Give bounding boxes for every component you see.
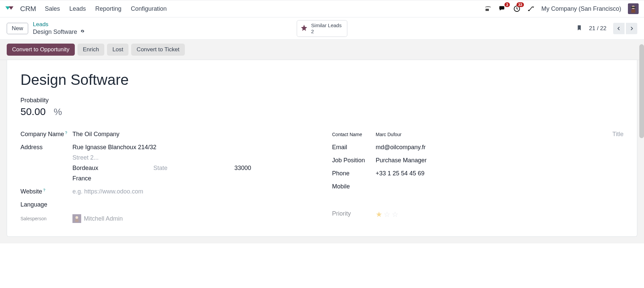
priority-label: Priority bbox=[332, 210, 376, 217]
email-field[interactable]: md@oilcompany.fr bbox=[376, 144, 624, 151]
control-panel: New Leads Design Software Similar Leads … bbox=[0, 17, 644, 39]
company-switcher[interactable]: My Company (San Francisco) bbox=[541, 5, 621, 12]
gear-icon[interactable] bbox=[80, 28, 85, 36]
probability-unit: % bbox=[54, 107, 62, 117]
activities-badge: 33 bbox=[517, 2, 524, 7]
user-avatar[interactable] bbox=[628, 3, 639, 14]
pager-counter[interactable]: 21 / 22 bbox=[589, 25, 606, 32]
svg-point-14 bbox=[75, 216, 78, 219]
salesperson-avatar bbox=[72, 214, 81, 223]
zip-field[interactable] bbox=[234, 165, 312, 172]
mobile-label: Mobile bbox=[332, 183, 376, 190]
probability-label: Probability bbox=[20, 97, 624, 104]
svg-point-5 bbox=[486, 9, 486, 10]
website-label: Website? bbox=[20, 188, 72, 195]
nav-menu: Sales Leads Reporting Configuration bbox=[45, 5, 167, 12]
pager-prev-button[interactable] bbox=[613, 23, 625, 34]
email-label: Email bbox=[332, 144, 376, 151]
help-icon[interactable]: ? bbox=[65, 131, 67, 135]
nav-reporting[interactable]: Reporting bbox=[95, 5, 121, 12]
phone-field[interactable]: +33 1 25 54 45 69 bbox=[376, 170, 624, 177]
similar-leads-count: 2 bbox=[311, 28, 342, 35]
star-icon bbox=[301, 24, 308, 33]
breadcrumb-current: Design Software bbox=[33, 28, 77, 36]
job-position-label: Job Position bbox=[332, 157, 376, 164]
left-column: Company Name? The Oil Company Address bbox=[20, 131, 312, 225]
contact-name-field[interactable]: Marc Dufour bbox=[376, 132, 597, 137]
similar-leads-card[interactable]: Similar Leads 2 bbox=[297, 20, 347, 37]
language-label: Language bbox=[20, 201, 72, 208]
svg-point-6 bbox=[487, 9, 488, 10]
svg-point-3 bbox=[487, 10, 488, 11]
star-icon[interactable]: ★ bbox=[376, 210, 382, 219]
enrich-button[interactable]: Enrich bbox=[77, 44, 104, 56]
convert-opportunity-button[interactable]: Convert to Opportunity bbox=[7, 44, 75, 56]
salesperson-field[interactable]: Mitchell Admin bbox=[72, 214, 312, 223]
svg-point-7 bbox=[488, 9, 489, 10]
nav-leads[interactable]: Leads bbox=[69, 5, 86, 12]
website-field[interactable] bbox=[72, 188, 312, 195]
form-sheet: Design Software Probability 50.00 % Comp… bbox=[7, 60, 637, 237]
debug-icon[interactable] bbox=[527, 5, 535, 12]
bookmark-icon[interactable] bbox=[576, 24, 582, 33]
company-name-label: Company Name? bbox=[20, 131, 72, 138]
svg-rect-15 bbox=[75, 219, 78, 222]
svg-marker-1 bbox=[9, 6, 13, 10]
status-bar: Convert to Opportunity Enrich Lost Conve… bbox=[0, 39, 644, 60]
city-field[interactable] bbox=[72, 165, 150, 172]
app-title[interactable]: CRM bbox=[20, 5, 36, 13]
country-field[interactable] bbox=[72, 175, 312, 182]
state-field[interactable] bbox=[153, 165, 231, 172]
address-label: Address bbox=[20, 144, 72, 151]
svg-point-2 bbox=[486, 10, 486, 11]
scrollbar[interactable] bbox=[639, 44, 644, 138]
app-logo[interactable] bbox=[5, 5, 15, 12]
street2-field[interactable] bbox=[72, 154, 312, 161]
record-title[interactable]: Design Software bbox=[20, 71, 624, 88]
breadcrumb: Leads Design Software bbox=[33, 21, 85, 36]
phone-label: Phone bbox=[332, 170, 376, 177]
activities-icon[interactable]: 33 bbox=[513, 5, 521, 12]
company-name-field[interactable]: The Oil Company bbox=[72, 131, 312, 138]
probability-value[interactable]: 50.00 bbox=[20, 106, 46, 117]
convert-ticket-button[interactable]: Convert to Ticket bbox=[131, 44, 185, 56]
help-icon[interactable]: ? bbox=[43, 188, 45, 192]
contact-title-field[interactable]: Title bbox=[597, 131, 624, 138]
job-position-field[interactable]: Purchase Manager bbox=[376, 157, 624, 164]
messages-badge: 3 bbox=[504, 2, 510, 7]
nav-configuration[interactable]: Configuration bbox=[131, 5, 167, 12]
topbar: CRM Sales Leads Reporting Configuration … bbox=[0, 0, 644, 17]
star-icon[interactable]: ☆ bbox=[384, 210, 390, 219]
salesperson-label: Salesperson bbox=[20, 216, 72, 221]
contact-name-label: Contact Name bbox=[332, 132, 376, 137]
nav-sales[interactable]: Sales bbox=[45, 5, 60, 12]
similar-leads-title: Similar Leads bbox=[311, 22, 342, 28]
svg-point-4 bbox=[488, 10, 489, 11]
voip-icon[interactable] bbox=[484, 5, 492, 12]
svg-rect-11 bbox=[631, 7, 636, 8]
messages-icon[interactable]: 3 bbox=[498, 5, 506, 12]
priority-field[interactable]: ★ ☆ ☆ bbox=[376, 210, 624, 219]
right-column: Contact Name Marc Dufour Title Email md@… bbox=[332, 131, 624, 225]
svg-rect-12 bbox=[631, 9, 635, 13]
breadcrumb-parent[interactable]: Leads bbox=[33, 21, 85, 28]
new-button[interactable]: New bbox=[7, 23, 28, 34]
pager-next-button[interactable] bbox=[626, 23, 637, 34]
street-field[interactable] bbox=[72, 144, 312, 151]
lost-button[interactable]: Lost bbox=[107, 44, 128, 56]
star-icon[interactable]: ☆ bbox=[392, 210, 398, 219]
